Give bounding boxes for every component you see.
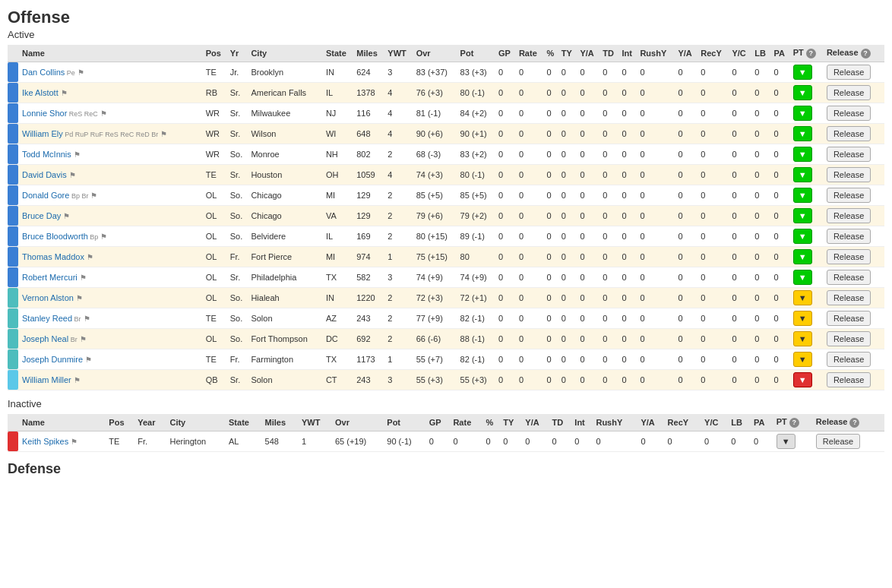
- player-name-cell[interactable]: Joseph Neal Br⚑: [20, 329, 204, 349]
- pt-dropdown-button[interactable]: ▼: [793, 249, 812, 264]
- player-name-cell[interactable]: Bruce Bloodworth Bp⚑: [20, 226, 204, 247]
- player-name-cell[interactable]: Donald Gore Bp Br⚑: [20, 185, 204, 206]
- yc-cell: 0: [729, 288, 752, 308]
- release-button[interactable]: Release: [827, 167, 871, 182]
- release-button[interactable]: Release: [827, 290, 871, 305]
- pt-dropdown-button[interactable]: ▼: [793, 147, 812, 162]
- player-name-cell[interactable]: Robert Mercuri⚑: [20, 267, 204, 288]
- pt-dropdown-button[interactable]: ▼: [793, 311, 812, 326]
- pt-dropdown-button[interactable]: ▼: [793, 229, 812, 244]
- pt-dropdown-button[interactable]: ▼: [793, 270, 812, 285]
- player-name-cell[interactable]: Dan Collins Pe⚑: [20, 62, 204, 83]
- yc-cell: 0: [729, 349, 752, 370]
- release-button[interactable]: Release: [827, 208, 871, 223]
- flag-icon[interactable]: ⚑: [74, 150, 81, 159]
- flag-icon[interactable]: ⚑: [87, 253, 93, 261]
- pt-help-icon-inactive[interactable]: ?: [789, 418, 799, 428]
- pot-cell: 82 (-1): [458, 308, 496, 329]
- player-name-cell[interactable]: Ike Alstott⚑: [20, 83, 204, 103]
- pt-cell: ▼: [791, 144, 824, 165]
- table-row: Vernon Alston⚑OLSo.HialeahIN1220272 (+3)…: [8, 288, 884, 308]
- flag-icon[interactable]: ⚑: [100, 109, 107, 118]
- release-help-icon-inactive[interactable]: ?: [849, 418, 859, 428]
- player-name-cell[interactable]: William Miller⚑: [20, 370, 204, 390]
- ovr-cell: 77 (+9): [414, 308, 458, 329]
- lb-cell: 0: [752, 144, 771, 165]
- ya-cell: 0: [577, 124, 600, 144]
- pt-dropdown-button[interactable]: ▼: [793, 372, 812, 387]
- release-button[interactable]: Release: [816, 434, 860, 449]
- pt-help-icon[interactable]: ?: [806, 49, 816, 58]
- pt-dropdown-button[interactable]: ▼: [793, 85, 812, 100]
- player-name-cell[interactable]: Bruce Day⚑: [20, 206, 204, 226]
- flag-icon[interactable]: ⚑: [160, 130, 167, 138]
- flag-icon[interactable]: ⚑: [61, 89, 68, 97]
- ya2-cell: 0: [675, 62, 698, 83]
- int-cell: 0: [620, 206, 638, 226]
- pa-cell: 0: [772, 165, 791, 185]
- release-button[interactable]: Release: [827, 147, 871, 162]
- lb-cell: 0: [752, 62, 771, 83]
- release-help-icon[interactable]: ?: [861, 49, 871, 58]
- release-button[interactable]: Release: [827, 352, 871, 367]
- flag-icon[interactable]: ⚑: [80, 335, 87, 343]
- ywt-cell: 2: [385, 308, 413, 329]
- pt-dropdown-button[interactable]: ▼: [793, 331, 812, 346]
- pt-dropdown-button[interactable]: ▼: [777, 434, 796, 449]
- player-name-cell[interactable]: Stanley Reed Br⚑: [20, 308, 204, 329]
- ywt-cell: 1: [385, 247, 413, 267]
- flag-icon[interactable]: ⚑: [90, 191, 97, 200]
- pt-dropdown-button[interactable]: ▼: [793, 208, 812, 223]
- release-button[interactable]: Release: [827, 106, 871, 121]
- player-name-cell[interactable]: David Davis⚑: [20, 165, 204, 185]
- flag-icon[interactable]: ⚑: [85, 356, 92, 364]
- flag-icon[interactable]: ⚑: [84, 315, 90, 323]
- col-td: TD: [600, 45, 619, 62]
- release-button[interactable]: Release: [827, 126, 871, 141]
- pt-dropdown-button[interactable]: ▼: [793, 290, 812, 305]
- gp-cell: 0: [496, 329, 517, 349]
- flag-icon[interactable]: ⚑: [71, 438, 77, 446]
- rate-cell: 0: [517, 267, 545, 288]
- release-button[interactable]: Release: [827, 311, 871, 326]
- player-name-cell[interactable]: Lonnie Shor ReS ReC⚑: [20, 103, 204, 124]
- flag-icon[interactable]: ⚑: [76, 294, 83, 302]
- pt-dropdown-button[interactable]: ▼: [793, 352, 812, 367]
- player-name-cell[interactable]: Keith Spikes⚑: [20, 432, 106, 452]
- td-cell: 0: [600, 103, 619, 124]
- flag-icon[interactable]: ⚑: [100, 232, 107, 241]
- ya2-cell: 0: [675, 267, 698, 288]
- pt-dropdown-button[interactable]: ▼: [793, 126, 812, 141]
- pt-dropdown-button[interactable]: ▼: [793, 188, 812, 203]
- release-cell: Release: [824, 247, 884, 267]
- flag-icon[interactable]: ⚑: [80, 273, 87, 282]
- flag-icon[interactable]: ⚑: [74, 376, 81, 384]
- release-button[interactable]: Release: [827, 65, 871, 80]
- release-button[interactable]: Release: [827, 249, 871, 264]
- player-name-cell[interactable]: Todd McInnis⚑: [20, 144, 204, 165]
- flag-icon[interactable]: ⚑: [77, 68, 84, 77]
- release-button[interactable]: Release: [827, 372, 871, 387]
- color-strip-cell: [8, 288, 20, 308]
- player-name-cell[interactable]: Thomas Maddox⚑: [20, 247, 204, 267]
- flag-icon[interactable]: ⚑: [63, 212, 70, 220]
- int-cell: 0: [620, 165, 638, 185]
- release-button[interactable]: Release: [827, 85, 871, 100]
- rate-cell: 0: [517, 165, 545, 185]
- pt-dropdown-button[interactable]: ▼: [793, 65, 812, 80]
- pt-dropdown-button[interactable]: ▼: [793, 167, 812, 182]
- release-button[interactable]: Release: [827, 229, 871, 244]
- player-name-cell[interactable]: William Ely Pd RuP RuF ReS ReC ReD Br⚑: [20, 124, 204, 144]
- page-title: Offense: [8, 8, 884, 27]
- release-button[interactable]: Release: [827, 188, 871, 203]
- pt-dropdown-button[interactable]: ▼: [793, 106, 812, 121]
- release-button[interactable]: Release: [827, 331, 871, 346]
- player-name-cell[interactable]: Vernon Alston⚑: [20, 288, 204, 308]
- player-name-cell[interactable]: Joseph Dunmire⚑: [20, 349, 204, 370]
- int-cell: 0: [620, 370, 638, 390]
- int-cell: 0: [620, 308, 638, 329]
- miles-cell: 243: [354, 370, 385, 390]
- release-button[interactable]: Release: [827, 270, 871, 285]
- flag-icon[interactable]: ⚑: [69, 171, 76, 179]
- int-cell: 0: [572, 432, 593, 452]
